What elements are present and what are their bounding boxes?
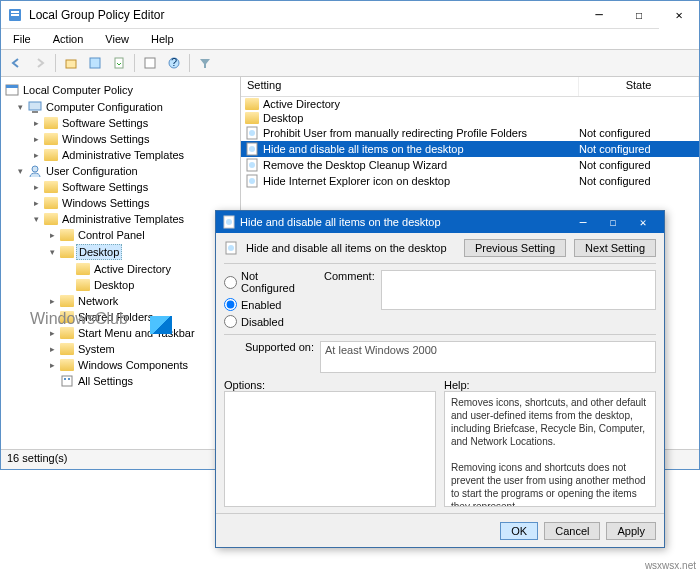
radio-disabled[interactable]: Disabled — [224, 315, 314, 328]
list-row[interactable]: Hide Internet Explorer icon on desktopNo… — [241, 173, 699, 189]
list-header: Setting State — [241, 77, 699, 97]
next-setting-button[interactable]: Next Setting — [574, 239, 656, 257]
supported-label: Supported on: — [224, 341, 314, 353]
list-row[interactable]: Desktop — [241, 111, 699, 125]
up-button[interactable] — [60, 52, 82, 74]
tree-item[interactable]: All Settings — [1, 373, 240, 389]
row-state: Not configured — [575, 175, 695, 187]
comment-field[interactable] — [381, 270, 656, 310]
tree-item[interactable]: ▸Control Panel — [1, 227, 240, 243]
tree-item[interactable]: ▸Software Settings — [1, 179, 240, 195]
col-state[interactable]: State — [579, 77, 699, 96]
policy-icon — [245, 142, 259, 156]
menu-help[interactable]: Help — [147, 31, 178, 47]
maximize-button[interactable]: ☐ — [619, 1, 659, 29]
state-radios: Not Configured Enabled Disabled — [224, 270, 314, 328]
close-button[interactable]: ✕ — [659, 1, 699, 29]
tree-pane[interactable]: Local Computer Policy ▾Computer Configur… — [1, 77, 241, 449]
policy-icon — [224, 241, 238, 255]
expand-icon[interactable]: ▸ — [31, 134, 42, 145]
refresh-button[interactable] — [139, 52, 161, 74]
col-setting[interactable]: Setting — [241, 77, 579, 96]
minimize-button[interactable]: ─ — [579, 1, 619, 29]
list-row[interactable]: Hide and disable all items on the deskto… — [241, 141, 699, 157]
toolbar-separator — [189, 54, 190, 72]
watermark: WindowsClub — [30, 310, 128, 328]
tree-item[interactable]: Desktop — [1, 277, 240, 293]
policy-icon — [245, 158, 259, 172]
tree-item[interactable]: ▸Windows Components — [1, 357, 240, 373]
tree-item[interactable]: ▾Administrative Templates — [1, 211, 240, 227]
tree-item[interactable]: ▸Windows Settings — [1, 131, 240, 147]
menu-file[interactable]: File — [9, 31, 35, 47]
help-text[interactable]: Removes icons, shortcuts, and other defa… — [444, 391, 656, 507]
previous-setting-button[interactable]: Previous Setting — [464, 239, 566, 257]
expand-icon[interactable]: ▸ — [47, 296, 58, 307]
svg-point-24 — [249, 178, 255, 184]
back-button[interactable] — [5, 52, 27, 74]
expand-icon[interactable]: ▸ — [31, 118, 42, 129]
apply-button[interactable]: Apply — [606, 522, 656, 540]
list-row[interactable]: Remove the Desktop Cleanup WizardNot con… — [241, 157, 699, 173]
tree-item[interactable]: ▸Windows Settings — [1, 195, 240, 211]
svg-rect-11 — [29, 102, 41, 110]
ok-button[interactable]: OK — [500, 522, 538, 540]
filter-button[interactable] — [194, 52, 216, 74]
expand-icon[interactable]: ▸ — [31, 182, 42, 193]
radio-enabled[interactable]: Enabled — [224, 298, 314, 311]
expand-icon[interactable]: ▸ — [31, 198, 42, 209]
folder-icon — [76, 263, 90, 275]
row-name: Desktop — [263, 112, 303, 124]
tree-item[interactable]: Active Directory — [1, 261, 240, 277]
expand-icon[interactable]: ▸ — [47, 344, 58, 355]
dialog-minimize-button[interactable]: ─ — [568, 216, 598, 229]
dialog-close-button[interactable]: ✕ — [628, 216, 658, 229]
svg-rect-10 — [6, 85, 18, 88]
tree-computer-config[interactable]: ▾Computer Configuration — [1, 99, 240, 115]
computer-icon — [28, 100, 42, 114]
svg-point-28 — [228, 245, 234, 251]
titlebar: Local Group Policy Editor ─ ☐ ✕ — [1, 1, 699, 29]
collapse-icon[interactable]: ▾ — [47, 247, 58, 258]
svg-rect-5 — [115, 58, 123, 68]
expand-icon[interactable]: ▸ — [31, 150, 42, 161]
row-name: Hide Internet Explorer icon on desktop — [263, 175, 450, 187]
menu-action[interactable]: Action — [49, 31, 88, 47]
tree-item[interactable]: ▸System — [1, 341, 240, 357]
menu-view[interactable]: View — [101, 31, 133, 47]
tree-root[interactable]: Local Computer Policy — [1, 81, 240, 99]
row-name: Remove the Desktop Cleanup Wizard — [263, 159, 447, 171]
toolbar: ? — [1, 49, 699, 77]
row-state: Not configured — [575, 159, 695, 171]
expand-icon[interactable]: ▸ — [47, 360, 58, 371]
policy-icon — [5, 83, 19, 97]
list-row[interactable]: Active Directory — [241, 97, 699, 111]
cancel-button[interactable]: Cancel — [544, 522, 600, 540]
tree-item[interactable]: ▸Administrative Templates — [1, 147, 240, 163]
tree-item[interactable]: ▸Network — [1, 293, 240, 309]
menubar: File Action View Help — [1, 29, 699, 49]
policy-icon — [222, 215, 236, 229]
collapse-icon[interactable]: ▾ — [15, 166, 26, 177]
list-row[interactable]: Prohibit User from manually redirecting … — [241, 125, 699, 141]
show-hide-button[interactable] — [84, 52, 106, 74]
tree-item-desktop[interactable]: ▾Desktop — [1, 243, 240, 261]
help-button[interactable]: ? — [163, 52, 185, 74]
settings-icon — [60, 374, 74, 388]
expand-icon[interactable]: ▸ — [47, 328, 58, 339]
tree-item[interactable]: ▸Software Settings — [1, 115, 240, 131]
tree-user-config[interactable]: ▾User Configuration — [1, 163, 240, 179]
expand-icon[interactable]: ▸ — [47, 230, 58, 241]
options-label: Options: — [224, 379, 436, 391]
folder-icon — [44, 133, 58, 145]
export-button[interactable] — [108, 52, 130, 74]
collapse-icon[interactable]: ▾ — [31, 214, 42, 225]
row-name: Hide and disable all items on the deskto… — [263, 143, 464, 155]
dialog-maximize-button[interactable]: ☐ — [598, 216, 628, 229]
collapse-icon[interactable]: ▾ — [15, 102, 26, 113]
radio-not-configured[interactable]: Not Configured — [224, 270, 314, 294]
svg-text:?: ? — [171, 57, 177, 68]
policy-icon — [245, 174, 259, 188]
forward-button[interactable] — [29, 52, 51, 74]
watermark-icon — [150, 316, 172, 334]
